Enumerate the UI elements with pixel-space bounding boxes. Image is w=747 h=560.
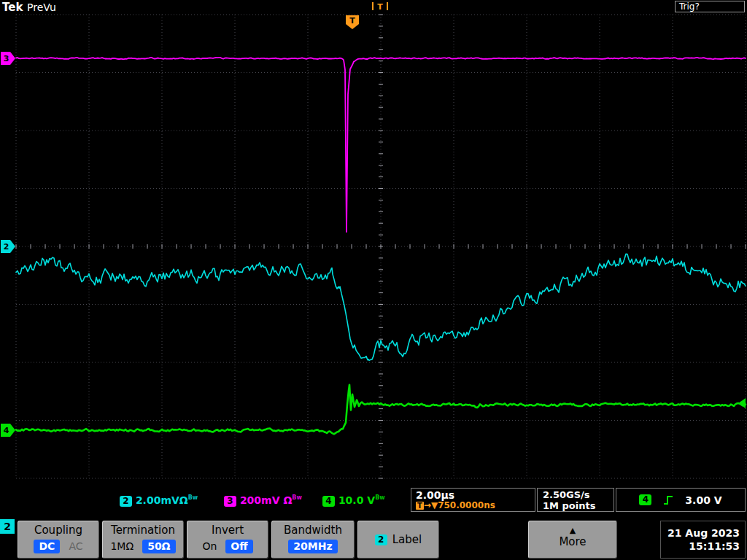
ohm-icon: Ω bbox=[179, 494, 188, 506]
ch2-scale: 2.00mV bbox=[136, 494, 179, 506]
menu-channel-badge: 2 bbox=[0, 519, 15, 534]
label-button[interactable]: 2 Label bbox=[357, 521, 439, 559]
ohm-icon: Ω bbox=[283, 494, 292, 506]
delay-arrows-icon: →▼ bbox=[424, 500, 438, 510]
bandwidth-limit-icon: Bw bbox=[188, 494, 198, 501]
coupling-button[interactable]: Coupling DC AC bbox=[18, 521, 99, 559]
label-channel-badge: 2 bbox=[375, 534, 387, 545]
waveform-display: 324TT bbox=[0, 0, 747, 560]
trigger-readout: 4 3.00 V bbox=[616, 488, 746, 512]
termination-50ohm-option[interactable]: 50Ω bbox=[142, 540, 175, 553]
svg-text:3: 3 bbox=[4, 54, 9, 63]
more-button[interactable]: ▲ More bbox=[528, 521, 617, 559]
tek-logo: Tek bbox=[2, 1, 23, 14]
trigger-delay-value: 750.0000ns bbox=[438, 500, 495, 510]
invert-button[interactable]: Invert On Off bbox=[187, 521, 268, 559]
trigger-delay-readout: T→▼750.0000ns bbox=[416, 500, 535, 510]
coupling-ac-option[interactable]: AC bbox=[69, 540, 82, 553]
trigger-status-indicator: Trig? bbox=[675, 1, 745, 12]
more-button-text: More bbox=[529, 535, 616, 548]
ch2-readout: 2 2.00mVΩBw bbox=[120, 494, 198, 507]
trigger-level-value: 3.00 V bbox=[685, 494, 721, 506]
termination-button[interactable]: Termination 1MΩ 50Ω bbox=[102, 521, 184, 559]
termination-1mohm-option[interactable]: 1MΩ bbox=[110, 540, 133, 553]
acquisition-readout: 2.50GS/s 1M points bbox=[537, 488, 614, 512]
bandwidth-limit-icon: Bw bbox=[292, 494, 302, 501]
invert-title: Invert bbox=[187, 524, 268, 537]
svg-text:4: 4 bbox=[4, 426, 9, 435]
svg-text:T: T bbox=[377, 2, 383, 12]
bandwidth-button[interactable]: Bandwidth 20MHz bbox=[271, 521, 355, 559]
acquisition-mode-label: PreVu bbox=[27, 1, 56, 13]
date-value: 21 Aug 2023 bbox=[661, 526, 740, 540]
chevron-up-icon: ▲ bbox=[529, 526, 616, 535]
rising-edge-icon bbox=[663, 494, 673, 506]
svg-text:T: T bbox=[349, 16, 355, 26]
time-value: 15:11:53 bbox=[661, 540, 740, 553]
label-button-text: Label bbox=[392, 533, 422, 546]
ch4-readout: 4 10.0 VBw bbox=[322, 494, 385, 507]
oscilloscope-screen: 324TT Tek PreVu Trig? 2 2.00mVΩBw 3 200m… bbox=[0, 0, 747, 560]
termination-title: Termination bbox=[103, 524, 183, 537]
trigger-delay-icon: T bbox=[416, 502, 424, 510]
coupling-dc-option[interactable]: DC bbox=[34, 540, 60, 553]
sample-rate: 2.50GS/s bbox=[543, 489, 614, 500]
bandwidth-20mhz-option[interactable]: 20MHz bbox=[288, 540, 337, 553]
ch3-readout: 3 200mV ΩBw bbox=[224, 494, 302, 507]
invert-on-option[interactable]: On bbox=[202, 540, 217, 553]
datetime-display: 21 Aug 2023 15:11:53 bbox=[660, 521, 746, 559]
bandwidth-limit-icon: Bw bbox=[375, 494, 385, 501]
ch2-badge: 2 bbox=[120, 496, 132, 507]
ch4-scale: 10.0 V bbox=[338, 494, 375, 506]
horizontal-readout: 2.00µs T→▼750.0000ns bbox=[411, 488, 535, 512]
svg-text:2: 2 bbox=[4, 242, 9, 252]
coupling-title: Coupling bbox=[18, 524, 98, 537]
ch4-badge: 4 bbox=[322, 496, 335, 507]
invert-off-option[interactable]: Off bbox=[225, 540, 252, 553]
timebase-scale: 2.00µs bbox=[416, 489, 535, 501]
bandwidth-title: Bandwidth bbox=[272, 524, 354, 537]
ch3-badge: 3 bbox=[224, 496, 236, 507]
record-length: 1M points bbox=[543, 500, 614, 511]
trigger-source-badge: 4 bbox=[639, 494, 651, 505]
ch3-scale: 200mV bbox=[240, 494, 284, 506]
